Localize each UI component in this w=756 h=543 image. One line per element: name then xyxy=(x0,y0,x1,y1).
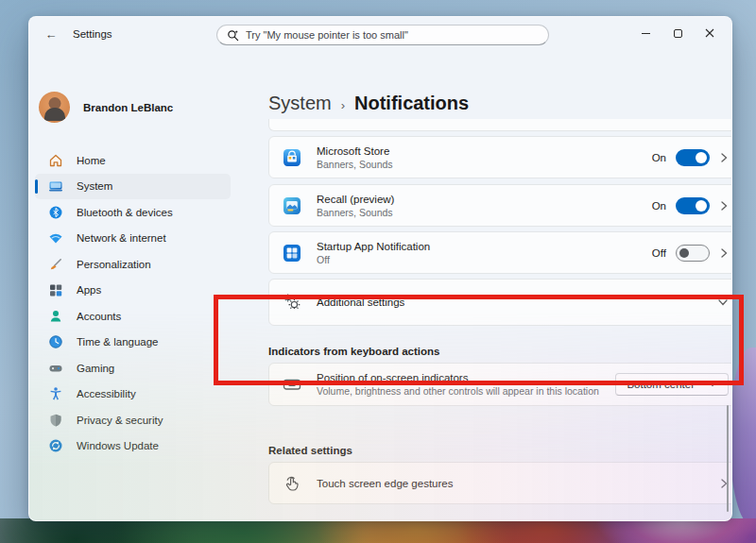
osd-indicator-icon xyxy=(283,375,301,394)
row-title: Recall (preview) xyxy=(317,194,652,205)
dropdown-value: Bottom center xyxy=(627,379,695,390)
sidebar-item-accessibility[interactable]: Accessibility xyxy=(35,382,231,407)
startup-app-icon xyxy=(283,244,301,263)
back-button[interactable]: ← xyxy=(39,23,63,45)
sidebar-item-label: Accounts xyxy=(77,311,121,322)
desktop-background: ← Settings xyxy=(0,0,756,543)
main-content: System › Notifications Microsof xyxy=(240,53,731,520)
app-title: Settings xyxy=(73,28,112,40)
sidebar-item-label: Bluetooth & devices xyxy=(77,207,173,218)
sidebar-item-apps[interactable]: Apps xyxy=(35,278,231,303)
row-title: Microsoft Store xyxy=(317,145,652,157)
row-subtitle: Volume, brightness and other controls wi… xyxy=(317,385,615,397)
notification-row-recall[interactable]: Recall (preview) Banners, Sounds On xyxy=(268,184,732,227)
sidebar-item-bluetooth[interactable]: Bluetooth & devices xyxy=(35,199,231,225)
chevron-down-icon xyxy=(708,381,717,388)
sidebar-item-label: Windows Update xyxy=(77,440,159,451)
recall-icon xyxy=(283,196,301,215)
sidebar-item-label: Home xyxy=(77,155,106,166)
toggle-state-label: On xyxy=(652,152,666,163)
privacy-icon xyxy=(48,413,63,428)
maximize-button[interactable] xyxy=(662,21,694,45)
partial-card xyxy=(268,119,732,131)
row-text: Additional settings xyxy=(317,297,717,308)
recall-toggle[interactable] xyxy=(676,197,710,214)
touch-icon xyxy=(283,474,301,493)
home-icon xyxy=(48,153,63,168)
sidebar-item-label: System xyxy=(77,180,112,192)
breadcrumb: System › Notifications xyxy=(268,93,469,114)
back-arrow-icon: ← xyxy=(45,27,58,42)
section-header-indicators: Indicators from keyboard actions xyxy=(268,346,440,357)
user-profile[interactable]: Brandon LeBlanc xyxy=(39,92,173,123)
search-icon xyxy=(227,29,239,42)
close-icon xyxy=(705,28,714,38)
notification-row-microsoft-store[interactable]: Microsoft Store Banners, Sounds On xyxy=(268,136,732,178)
toggle-state-label: Off xyxy=(652,247,666,259)
notification-row-startup-app[interactable]: Startup App Notification Off Off xyxy=(268,231,732,274)
touch-gestures-row[interactable]: Touch screen edge gestures xyxy=(268,462,732,504)
accessibility-icon xyxy=(48,386,63,401)
sidebar-item-accounts[interactable]: Accounts xyxy=(35,303,231,329)
row-title: Startup App Notification xyxy=(317,241,652,252)
gears-icon xyxy=(283,293,301,312)
osd-position-dropdown[interactable]: Bottom center xyxy=(615,373,729,396)
additional-settings-expander[interactable]: Additional settings xyxy=(268,279,732,326)
row-subtitle: Banners, Sounds xyxy=(317,207,652,218)
apps-icon xyxy=(48,282,63,297)
network-icon xyxy=(48,230,63,246)
titlebar: ← Settings xyxy=(29,17,731,53)
row-text: Startup App Notification Off xyxy=(317,241,652,265)
minimize-button[interactable] xyxy=(629,21,662,45)
sidebar-item-label: Personalization xyxy=(77,259,151,270)
personalization-icon xyxy=(48,257,63,272)
chevron-right-icon xyxy=(719,247,729,259)
sidebar-item-label: Privacy & security xyxy=(77,415,163,426)
sidebar-item-network[interactable]: Network & internet xyxy=(35,226,231,251)
breadcrumb-separator-icon: › xyxy=(341,98,345,112)
sidebar-item-personalization[interactable]: Personalization xyxy=(35,251,231,277)
wallpaper-bloom-petal xyxy=(730,348,756,525)
avatar xyxy=(39,92,70,123)
breadcrumb-root[interactable]: System xyxy=(268,93,332,114)
startup-app-toggle[interactable] xyxy=(676,245,710,262)
microsoft-store-icon xyxy=(283,148,301,167)
gaming-icon xyxy=(48,361,63,376)
bluetooth-icon xyxy=(48,205,63,220)
row-subtitle: Off xyxy=(317,254,652,265)
minimize-icon xyxy=(642,33,650,34)
sidebar-item-privacy[interactable]: Privacy & security xyxy=(35,407,231,433)
wallpaper-bloom xyxy=(0,518,756,543)
sidebar-item-system[interactable]: System xyxy=(35,174,231,199)
row-title: Position of on-screen indicators xyxy=(317,372,615,383)
vertical-scrollbar[interactable] xyxy=(727,405,729,512)
search-input[interactable] xyxy=(246,29,539,41)
search-box[interactable] xyxy=(216,25,549,45)
row-title: Additional settings xyxy=(317,297,717,308)
windows-update-icon xyxy=(48,438,63,453)
user-name: Brandon LeBlanc xyxy=(83,102,173,113)
section-header-related-settings: Related settings xyxy=(268,445,352,456)
maximize-icon xyxy=(674,29,682,38)
chevron-down-icon xyxy=(717,297,729,307)
row-subtitle: Banners, Sounds xyxy=(317,159,652,170)
settings-window: ← Settings xyxy=(28,16,732,521)
sidebar-item-label: Gaming xyxy=(77,363,114,374)
osd-position-row: Position of on-screen indicators Volume,… xyxy=(268,363,732,406)
page-title: Notifications xyxy=(354,93,469,114)
time-language-icon xyxy=(48,334,63,349)
toggle-state-label: On xyxy=(652,200,666,212)
sidebar-item-label: Accessibility xyxy=(77,388,136,399)
sidebar-item-windows-update[interactable]: Windows Update xyxy=(35,433,231,459)
system-icon xyxy=(48,178,63,194)
sidebar-nav: Home System xyxy=(35,147,231,459)
sidebar-item-gaming[interactable]: Gaming xyxy=(35,355,231,381)
row-text: Recall (preview) Banners, Sounds xyxy=(317,194,652,218)
close-button[interactable] xyxy=(694,21,726,45)
sidebar-item-label: Time & language xyxy=(77,336,159,348)
microsoft-store-toggle[interactable] xyxy=(676,149,710,166)
sidebar-item-home[interactable]: Home xyxy=(35,147,231,173)
row-text: Microsoft Store Banners, Sounds xyxy=(317,145,652,170)
sidebar-item-time-language[interactable]: Time & language xyxy=(35,330,231,355)
sidebar: Brandon LeBlanc Home xyxy=(29,53,240,520)
